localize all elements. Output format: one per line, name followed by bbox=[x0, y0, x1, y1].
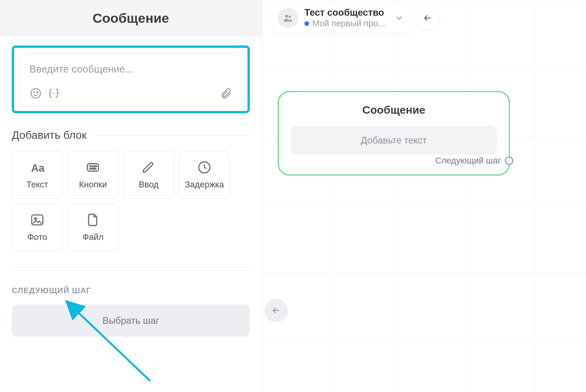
clock-icon bbox=[197, 160, 212, 175]
node-next-label: Следующий шаг bbox=[435, 156, 501, 166]
chevron-down-icon bbox=[394, 13, 404, 23]
svg-text:Aa: Aa bbox=[31, 162, 45, 174]
svg-point-0 bbox=[31, 89, 40, 98]
pencil-icon bbox=[141, 160, 156, 175]
editor-header: Сообщение bbox=[0, 0, 262, 36]
node-output-port[interactable] bbox=[505, 156, 513, 165]
block-card-photo[interactable]: Фото bbox=[12, 203, 63, 251]
block-card-input[interactable]: Ввод bbox=[123, 151, 174, 199]
svg-point-4 bbox=[54, 93, 55, 94]
block-card-file[interactable]: Файл bbox=[67, 203, 118, 251]
divider bbox=[95, 135, 250, 136]
message-input[interactable] bbox=[29, 63, 232, 75]
node-title: Сообщение bbox=[291, 104, 497, 116]
svg-rect-12 bbox=[92, 168, 96, 169]
attachment-icon[interactable] bbox=[220, 87, 232, 100]
add-block-section: Добавить блок Aa Текст bbox=[12, 129, 250, 251]
back-button[interactable] bbox=[417, 7, 439, 29]
choose-step-button[interactable]: Выбрать шаг bbox=[12, 305, 250, 337]
node-placeholder[interactable]: Добавьте текст bbox=[291, 126, 497, 155]
message-toolbar bbox=[29, 87, 232, 100]
svg-point-9 bbox=[94, 166, 95, 167]
add-block-title: Добавить блок bbox=[12, 129, 87, 142]
editor-panel: Сообщение bbox=[0, 0, 262, 392]
editor-title: Сообщение bbox=[93, 11, 169, 26]
node-next-step: Следующий шаг bbox=[435, 156, 513, 166]
next-step-section: СЛЕДУЮЩИЙ ШАГ Выбрать шаг bbox=[12, 270, 250, 337]
block-card-delay[interactable]: Задержка bbox=[179, 151, 230, 199]
variable-icon[interactable] bbox=[47, 87, 60, 100]
svg-point-8 bbox=[92, 166, 93, 167]
svg-rect-6 bbox=[87, 164, 99, 171]
community-icon bbox=[278, 8, 298, 28]
project-title: Тест сообщество bbox=[304, 7, 385, 18]
svg-point-15 bbox=[35, 218, 36, 220]
svg-point-18 bbox=[289, 15, 291, 18]
svg-point-1 bbox=[34, 92, 35, 93]
block-label: Кнопки bbox=[79, 180, 107, 190]
svg-point-3 bbox=[52, 93, 53, 94]
file-icon bbox=[86, 212, 100, 227]
keyboard-icon bbox=[86, 160, 100, 175]
block-card-text[interactable]: Aa Текст bbox=[12, 151, 63, 199]
block-label: Задержка bbox=[185, 180, 224, 190]
flow-node-message[interactable]: Сообщение Добавьте текст Следующий шаг bbox=[278, 91, 510, 176]
svg-point-17 bbox=[285, 15, 288, 17]
svg-point-7 bbox=[90, 166, 91, 167]
block-card-buttons[interactable]: Кнопки bbox=[67, 151, 118, 199]
svg-point-11 bbox=[90, 168, 91, 169]
svg-point-10 bbox=[96, 166, 97, 167]
block-label: Фото bbox=[27, 232, 47, 242]
project-subtitle: Мой первый про... bbox=[312, 18, 385, 29]
image-icon bbox=[30, 212, 45, 227]
divider bbox=[12, 270, 250, 270]
block-label: Текст bbox=[26, 180, 48, 190]
project-chip[interactable]: Тест сообщество Мой первый про... bbox=[273, 3, 411, 33]
emoji-icon[interactable] bbox=[29, 87, 42, 100]
project-switcher: Тест сообщество Мой первый про... bbox=[273, 3, 439, 33]
flow-canvas[interactable]: Тест сообщество Мой первый про... Сообще… bbox=[262, 0, 586, 392]
message-block-selected bbox=[12, 45, 250, 113]
svg-point-2 bbox=[37, 92, 38, 93]
text-icon: Aa bbox=[30, 160, 45, 175]
next-step-caption: СЛЕДУЮЩИЙ ШАГ bbox=[12, 286, 250, 295]
canvas-back-button[interactable] bbox=[264, 299, 288, 322]
message-box bbox=[20, 53, 242, 105]
editor-body: Добавить блок Aa Текст bbox=[0, 36, 262, 346]
block-grid: Aa Текст Кнопки bbox=[12, 151, 250, 251]
status-dot-icon bbox=[304, 21, 309, 26]
block-label: Файл bbox=[82, 232, 104, 242]
block-label: Ввод bbox=[139, 180, 159, 190]
